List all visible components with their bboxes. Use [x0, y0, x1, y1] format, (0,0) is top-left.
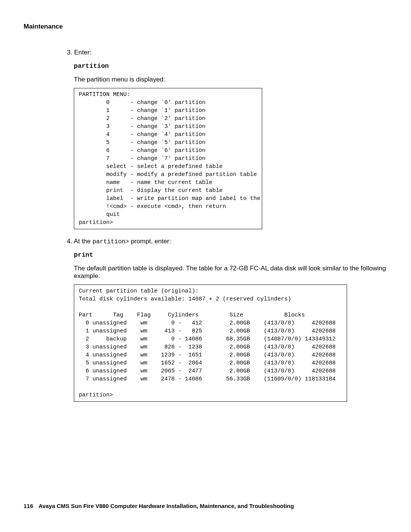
partition-table-block: Current partition table (original): Tota… [74, 284, 347, 402]
step-4-command: print [74, 251, 387, 259]
step-4-label-prefix: At the [74, 238, 92, 245]
section-heading: Maintenance [24, 23, 387, 30]
step-4-prompt-literal: partition> [92, 238, 129, 245]
footer-page-number: 116 [24, 503, 33, 509]
step-4-number: 4. [65, 238, 72, 245]
step-3-command: partition [74, 62, 387, 70]
step-3-number: 3. [65, 49, 72, 56]
page: Maintenance 3. Enter: partition The part… [0, 0, 411, 532]
footer: 116 Avaya CMS Sun Fire V880 Computer Har… [24, 503, 294, 509]
step-4-label-suffix: prompt, enter: [129, 238, 171, 245]
partition-menu-block: PARTITION MENU: 0 - change `0' partition… [74, 88, 262, 229]
step-3-follow: The partition menu is displayed: [74, 76, 387, 83]
footer-title: Avaya CMS Sun Fire V880 Computer Hardwar… [38, 503, 294, 509]
step-3-line: 3. Enter: [65, 49, 387, 56]
content-area: 3. Enter: partition The partition menu i… [65, 49, 387, 402]
step-3-label: Enter: [74, 49, 91, 56]
step-4-line: 4. At the partition> prompt, enter: [65, 238, 387, 245]
step-4-follow: The default partition table is displayed… [74, 265, 387, 280]
